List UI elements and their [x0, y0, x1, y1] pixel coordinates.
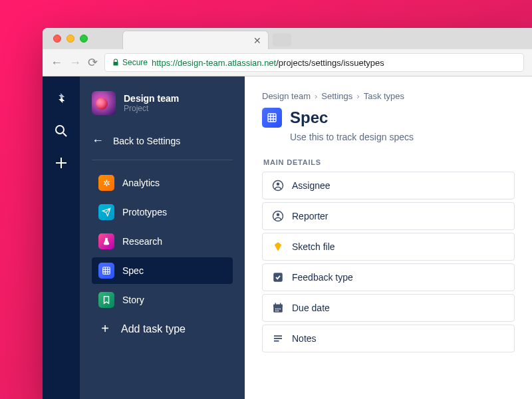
create-icon[interactable]	[53, 155, 69, 171]
sidebar-item-label: Story	[122, 295, 144, 305]
sidebar-item-label: Analytics	[122, 178, 160, 188]
tab-bar: ✕	[43, 28, 532, 49]
address-bar: ← → ⟳ Secure https://design-team.atlassi…	[43, 49, 532, 76]
checkbox-icon	[272, 271, 284, 283]
secure-badge: Secure	[112, 58, 148, 67]
story-icon	[98, 292, 114, 308]
back-to-settings[interactable]: ← Back to Settings	[92, 128, 233, 160]
calendar-icon	[272, 302, 284, 314]
sidebar-items: ✲ Analytics Prototypes Research	[92, 170, 233, 313]
chevron-right-icon: ›	[315, 91, 317, 101]
plus-icon: +	[98, 321, 112, 336]
chevron-right-icon: ›	[356, 91, 359, 101]
prototypes-icon	[98, 204, 114, 220]
secure-label: Secure	[122, 58, 148, 67]
jira-logo-icon[interactable]	[53, 91, 69, 107]
new-tab-button[interactable]	[273, 33, 291, 47]
svg-point-26	[275, 311, 277, 312]
svg-line-1	[63, 133, 66, 136]
breadcrumb-item[interactable]: Design team	[262, 91, 311, 101]
project-header[interactable]: Design team Project	[92, 91, 233, 115]
divider	[92, 160, 233, 160]
svg-point-17	[277, 213, 280, 217]
svg-point-0	[56, 126, 64, 134]
person-icon	[272, 180, 284, 192]
sketch-icon	[272, 241, 284, 253]
notes-icon	[272, 332, 284, 344]
field-label: Reporter	[292, 211, 328, 221]
field-assignee[interactable]: Assignee	[262, 172, 515, 200]
svg-rect-9	[268, 114, 276, 122]
window-controls	[49, 28, 96, 43]
field-reporter[interactable]: Reporter	[262, 202, 515, 230]
field-notes[interactable]: Notes	[262, 325, 515, 352]
sidebar-item-label: Prototypes	[122, 207, 167, 217]
url-field[interactable]: Secure https://design-team.atlassian.net…	[104, 53, 524, 72]
sidebar-item-research[interactable]: Research	[92, 228, 233, 255]
field-label: Assignee	[292, 180, 331, 191]
field-due-date[interactable]: Due date	[262, 294, 515, 322]
lock-icon	[112, 59, 120, 66]
sidebar-item-prototypes[interactable]: Prototypes	[92, 199, 233, 225]
browser-chrome: ✕ ← → ⟳ Secure https://design-team.atlas…	[43, 28, 532, 76]
svg-point-24	[277, 309, 279, 310]
page-header: Spec	[262, 108, 515, 128]
browser-window: ✕ ← → ⟳ Secure https://design-team.atlas…	[43, 28, 532, 399]
breadcrumb: Design team › Settings › Task types	[262, 91, 515, 101]
browser-tab[interactable]: ✕	[122, 31, 269, 49]
breadcrumb-item[interactable]: Settings	[321, 91, 352, 101]
field-sketch-file[interactable]: Sketch file	[262, 233, 515, 261]
breadcrumb-item[interactable]: Task types	[364, 91, 404, 101]
window-maximize[interactable]	[80, 35, 88, 43]
sidebar-item-analytics[interactable]: ✲ Analytics	[92, 170, 233, 196]
section-label: MAIN DETAILS	[262, 158, 515, 166]
nav-forward-icon[interactable]: →	[69, 56, 81, 70]
sidebar-item-label: Research	[122, 236, 162, 247]
svg-point-25	[279, 309, 281, 310]
search-icon[interactable]	[53, 123, 69, 139]
sidebar-item-story[interactable]: Story	[92, 287, 233, 313]
main-content: Design team › Settings › Task types Spec…	[245, 76, 532, 399]
svg-rect-4	[103, 267, 110, 275]
svg-point-15	[277, 183, 280, 186]
url-text: https://design-team.atlassian.net/projec…	[152, 58, 384, 68]
window-close[interactable]	[53, 35, 61, 43]
global-rail	[43, 76, 80, 399]
back-label: Back to Settings	[113, 136, 180, 146]
project-name: Design team	[124, 93, 179, 104]
project-subtitle: Project	[124, 104, 179, 113]
sidebar-item-label: Spec	[122, 265, 144, 276]
project-avatar	[92, 91, 116, 115]
field-label: Sketch file	[292, 241, 335, 252]
analytics-icon: ✲	[98, 175, 114, 191]
fields-list: Assignee Reporter Sketch file Feedback t…	[262, 172, 515, 352]
field-feedback-type[interactable]: Feedback type	[262, 263, 515, 291]
nav-reload-icon[interactable]: ⟳	[88, 55, 98, 70]
sidebar-item-spec[interactable]: Spec	[92, 257, 233, 284]
field-label: Feedback type	[292, 272, 353, 283]
back-arrow-icon: ←	[92, 134, 104, 148]
person-icon	[272, 210, 284, 222]
add-label: Add task type	[121, 323, 186, 335]
app: Design team Project ← Back to Settings ✲…	[43, 76, 532, 399]
tab-close-icon[interactable]: ✕	[253, 35, 261, 46]
research-icon	[98, 233, 114, 249]
nav-back-icon[interactable]: ←	[51, 56, 63, 70]
svg-point-23	[275, 309, 277, 310]
spec-icon	[262, 108, 282, 128]
window-minimize[interactable]	[66, 35, 74, 43]
field-label: Notes	[292, 333, 317, 344]
svg-point-27	[277, 311, 279, 312]
spec-icon	[98, 263, 114, 279]
sidebar: Design team Project ← Back to Settings ✲…	[80, 76, 245, 399]
svg-rect-20	[273, 305, 283, 307]
page-description: Use this to track design specs	[290, 132, 515, 142]
field-label: Due date	[292, 303, 330, 313]
add-task-type[interactable]: + Add task type	[92, 313, 233, 336]
page-title: Spec	[290, 108, 328, 127]
